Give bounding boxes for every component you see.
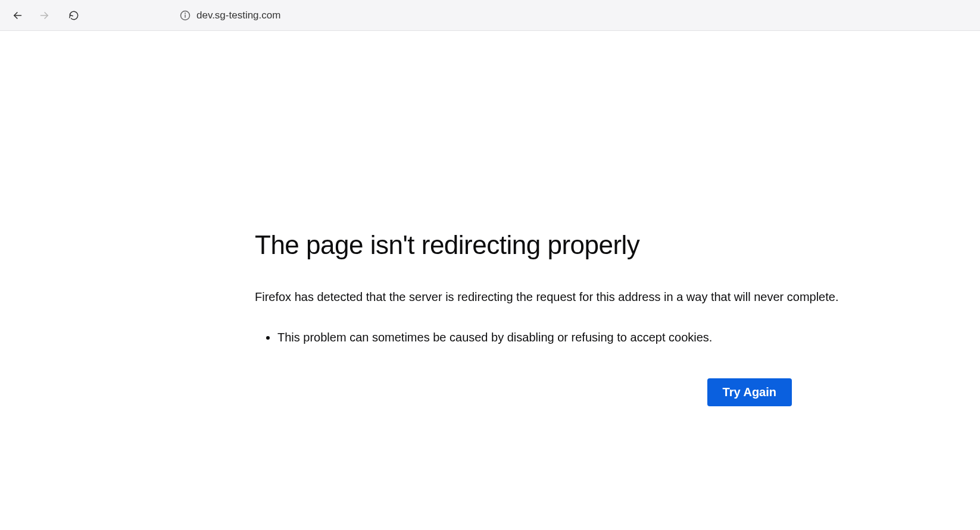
site-info-icon[interactable] xyxy=(180,10,191,21)
error-title: The page isn't redirecting properly xyxy=(255,230,944,260)
reload-button[interactable] xyxy=(68,10,80,21)
button-row: Try Again xyxy=(255,378,944,406)
url-text[interactable]: dev.sg-testing.com xyxy=(196,10,280,21)
error-content: The page isn't redirecting properly Fire… xyxy=(0,31,980,406)
browser-toolbar: dev.sg-testing.com xyxy=(0,0,980,31)
try-again-button[interactable]: Try Again xyxy=(707,378,792,406)
address-bar[interactable]: dev.sg-testing.com xyxy=(180,6,280,25)
svg-point-4 xyxy=(185,12,186,13)
error-causes-list: This problem can sometimes be caused by … xyxy=(255,329,944,346)
error-cause-item: This problem can sometimes be caused by … xyxy=(277,329,944,346)
nav-buttons xyxy=(11,10,80,21)
error-description: Firefox has detected that the server is … xyxy=(255,288,944,305)
back-button[interactable] xyxy=(11,10,23,21)
address-bar-container: dev.sg-testing.com xyxy=(180,6,969,25)
forward-button[interactable] xyxy=(39,10,51,21)
